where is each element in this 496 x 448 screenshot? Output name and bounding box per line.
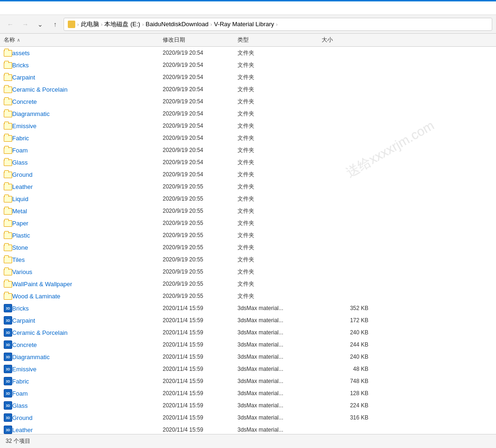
file-date: 2020/9/19 20:54	[163, 98, 237, 105]
table-row[interactable]: assets 2020/9/19 20:54 文件夹	[0, 47, 496, 59]
folder-icon	[4, 111, 12, 117]
table-row[interactable]: 3D Bricks 2020/11/4 15:59 3dsMax materia…	[0, 302, 496, 314]
file-name: Foam	[12, 147, 163, 154]
folder-icon	[4, 123, 12, 130]
file-size: 128 KB	[322, 390, 368, 397]
table-row[interactable]: Foam 2020/9/19 20:54 文件夹	[0, 144, 496, 156]
table-row[interactable]: 3D Ceramic & Porcelain 2020/11/4 15:59 3…	[0, 326, 496, 339]
table-row[interactable]: 3D Foam 2020/11/4 15:59 3dsMax material.…	[0, 387, 496, 399]
breadcrumb-drive[interactable]: 本地磁盘 (E:)	[104, 20, 140, 29]
col-header-type[interactable]: 类型	[237, 36, 322, 44]
folder-icon	[4, 232, 12, 239]
max-file-icon: 3D	[4, 389, 12, 397]
table-row[interactable]: Carpaint 2020/9/19 20:54 文件夹	[0, 71, 496, 83]
table-row[interactable]: 3D Concrete 2020/11/4 15:59 3dsMax mater…	[0, 339, 496, 351]
col-header-size[interactable]: 大小	[322, 36, 368, 44]
nav-bar: ← → ⌄ ↑ › 此电脑 › 本地磁盘 (E:) › BaiduNetdisk…	[0, 15, 496, 34]
table-row[interactable]: 3D Fabric 2020/11/4 15:59 3dsMax materia…	[0, 375, 496, 387]
file-type: 文件夹	[237, 231, 322, 239]
table-row[interactable]: 3D Leather 2020/11/4 15:59 3dsMax materi…	[0, 424, 496, 434]
file-type: 文件夹	[237, 110, 322, 118]
table-row[interactable]: WallPaint & Wallpaper 2020/9/19 20:55 文件…	[0, 278, 496, 290]
table-row[interactable]: Metal 2020/9/19 20:55 文件夹	[0, 205, 496, 217]
file-name: Plastic	[12, 232, 163, 239]
recent-button[interactable]: ⌄	[34, 18, 47, 31]
table-row[interactable]: Wood & Laminate 2020/9/19 20:55 文件夹	[0, 290, 496, 302]
file-name: Liquid	[12, 195, 163, 202]
file-type: 3dsMax material...	[237, 366, 322, 372]
file-date: 2020/11/4 15:59	[163, 414, 237, 421]
max-file-icon: 3D	[4, 353, 12, 361]
breadcrumb-baidu[interactable]: BaiduNetdiskDownload	[146, 21, 208, 28]
file-date: 2020/9/19 20:54	[163, 123, 237, 129]
forward-button[interactable]: →	[19, 18, 32, 31]
file-date: 2020/11/4 15:59	[163, 354, 237, 360]
table-row[interactable]: Fabric 2020/9/19 20:54 文件夹	[0, 132, 496, 144]
table-row[interactable]: Leather 2020/9/19 20:55 文件夹	[0, 181, 496, 193]
back-button[interactable]: ←	[4, 18, 17, 31]
file-name: Bricks	[12, 62, 163, 69]
file-date: 2020/11/4 15:59	[163, 329, 237, 336]
table-row[interactable]: Stone 2020/9/19 20:55 文件夹	[0, 241, 496, 253]
table-row[interactable]: Glass 2020/9/19 20:54 文件夹	[0, 156, 496, 168]
folder-icon	[4, 269, 12, 275]
file-name: Concrete	[12, 98, 163, 105]
file-date: 2020/11/4 15:59	[163, 390, 237, 397]
breadcrumb[interactable]: › 此电脑 › 本地磁盘 (E:) › BaiduNetdiskDownload…	[64, 18, 492, 31]
table-row[interactable]: Ground 2020/9/19 20:54 文件夹	[0, 168, 496, 181]
max-file-icon: 3D	[4, 377, 12, 385]
max-file-icon: 3D	[4, 365, 12, 373]
folder-icon	[4, 62, 12, 69]
table-row[interactable]: 3D Emissive 2020/11/4 15:59 3dsMax mater…	[0, 363, 496, 375]
table-row[interactable]: Bricks 2020/9/19 20:54 文件夹	[0, 59, 496, 71]
table-row[interactable]: Plastic 2020/9/19 20:55 文件夹	[0, 229, 496, 241]
max-file-icon: 3D	[4, 426, 12, 434]
file-date: 2020/11/4 15:59	[163, 317, 237, 324]
up-button[interactable]: ↑	[49, 18, 62, 31]
file-name: Foam	[12, 390, 163, 397]
file-date: 2020/9/19 20:55	[163, 293, 237, 299]
file-type: 文件夹	[237, 244, 322, 252]
table-row[interactable]: Various 2020/9/19 20:55 文件夹	[0, 266, 496, 278]
column-headers: 名称 ∧ 修改日期 类型 大小	[0, 34, 496, 47]
file-date: 2020/11/4 15:59	[163, 426, 237, 433]
file-name: Ceramic & Porcelain	[12, 86, 163, 93]
table-row[interactable]: Paper 2020/9/19 20:55 文件夹	[0, 217, 496, 229]
file-name: Ceramic & Porcelain	[12, 329, 163, 336]
table-row[interactable]: 3D Diagrammatic 2020/11/4 15:59 3dsMax m…	[0, 351, 496, 363]
table-row[interactable]: 3D Carpaint 2020/11/4 15:59 3dsMax mater…	[0, 314, 496, 326]
file-type: 文件夹	[237, 183, 322, 191]
max-file-icon: 3D	[4, 316, 12, 325]
col-header-name[interactable]: 名称 ∧	[4, 36, 163, 44]
file-type: 3dsMax material...	[237, 390, 322, 397]
table-row[interactable]: Liquid 2020/9/19 20:55 文件夹	[0, 193, 496, 205]
file-name: Leather	[12, 183, 163, 190]
file-date: 2020/9/19 20:54	[163, 86, 237, 93]
file-name: Fabric	[12, 135, 163, 142]
folder-icon	[4, 87, 12, 93]
breadcrumb-computer[interactable]: 此电脑	[81, 20, 99, 29]
table-row[interactable]: Emissive 2020/9/19 20:54 文件夹	[0, 120, 496, 132]
col-header-date[interactable]: 修改日期	[163, 36, 237, 44]
file-date: 2020/9/19 20:54	[163, 159, 237, 166]
table-row[interactable]: Concrete 2020/9/19 20:54 文件夹	[0, 95, 496, 108]
file-type: 3dsMax material...	[237, 317, 322, 324]
folder-icon	[4, 99, 12, 105]
file-name: Leather	[12, 426, 163, 434]
table-row[interactable]: Ceramic & Porcelain 2020/9/19 20:54 文件夹	[0, 83, 496, 95]
file-type: 文件夹	[237, 159, 322, 166]
table-row[interactable]: Tiles 2020/9/19 20:55 文件夹	[0, 253, 496, 266]
file-date: 2020/9/19 20:55	[163, 256, 237, 263]
breadcrumb-library[interactable]: V-Ray Material Library	[214, 21, 274, 28]
folder-icon	[4, 245, 12, 251]
file-name: Diagrammatic	[12, 110, 163, 117]
table-row[interactable]: 3D Glass 2020/11/4 15:59 3dsMax material…	[0, 399, 496, 412]
file-date: 2020/9/19 20:54	[163, 135, 237, 141]
folder-icon	[4, 50, 12, 57]
file-date: 2020/9/19 20:54	[163, 171, 237, 178]
table-row[interactable]: Diagrammatic 2020/9/19 20:54 文件夹	[0, 108, 496, 120]
file-name: Carpaint	[12, 74, 163, 81]
table-row[interactable]: 3D Ground 2020/11/4 15:59 3dsMax materia…	[0, 412, 496, 424]
file-size: 352 KB	[322, 305, 368, 311]
file-size: 224 KB	[322, 402, 368, 409]
